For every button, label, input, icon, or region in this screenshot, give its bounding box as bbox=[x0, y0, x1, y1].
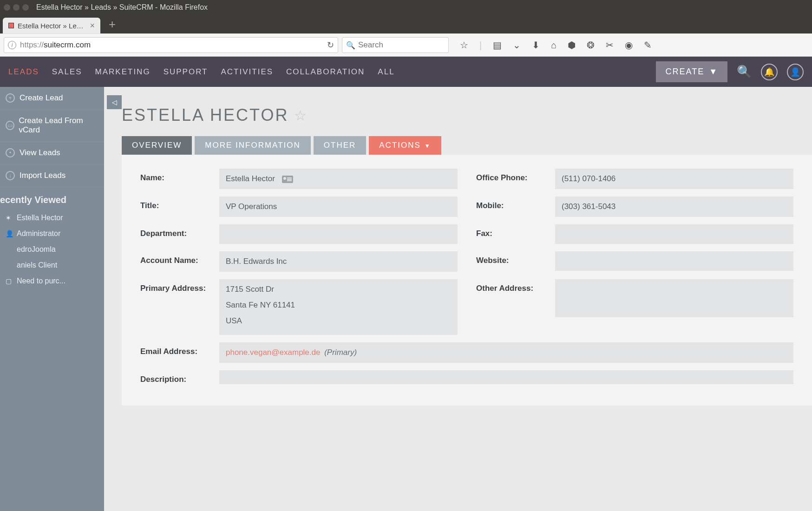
addr-line: 1715 Scott Dr bbox=[226, 285, 451, 294]
office-phone-label: Office Phone: bbox=[476, 169, 555, 183]
recently-viewed-title: ecently Viewed bbox=[0, 187, 104, 210]
other-address-value[interactable] bbox=[555, 279, 793, 317]
email-value[interactable]: phone.vegan@example.de (Primary) bbox=[219, 342, 793, 363]
name-label: Name: bbox=[140, 169, 219, 183]
sidebar-item-label: Create Lead bbox=[20, 93, 63, 103]
pocket-icon[interactable]: ⌄ bbox=[513, 39, 521, 51]
tab-more-information[interactable]: MORE INFORMATION bbox=[195, 136, 310, 155]
tab-actions-label: ACTIONS bbox=[379, 141, 421, 150]
primary-address-label: Primary Address: bbox=[140, 279, 219, 293]
downloads-icon[interactable]: ⬇ bbox=[532, 39, 540, 51]
shield-icon[interactable]: ⬢ bbox=[568, 39, 576, 51]
create-button[interactable]: CREATE ▼ bbox=[656, 61, 727, 82]
user-profile-icon[interactable]: 👤 bbox=[787, 64, 804, 80]
department-value[interactable] bbox=[219, 224, 458, 244]
nav-leads[interactable]: LEADS bbox=[8, 67, 39, 77]
email-label: Email Address: bbox=[140, 342, 219, 363]
nav-marketing[interactable]: MARKETING bbox=[95, 67, 151, 77]
browser-search-input[interactable] bbox=[358, 40, 445, 50]
recent-item[interactable]: ▢Need to purc... bbox=[0, 273, 104, 289]
sidebar-view-leads[interactable]: • View Leads bbox=[0, 142, 104, 164]
globe-icon[interactable]: ❂ bbox=[587, 39, 595, 51]
fax-label: Fax: bbox=[476, 224, 555, 238]
title-label: Title: bbox=[140, 197, 219, 210]
sidebar-item-label: Create Lead From vCard bbox=[19, 116, 98, 135]
browser-tab[interactable]: Estella Hector » Leads × bbox=[3, 18, 100, 33]
site-info-icon[interactable]: i bbox=[8, 41, 16, 49]
extension-icon[interactable]: ◉ bbox=[625, 39, 633, 51]
department-label: Department: bbox=[140, 224, 219, 238]
office-phone-value[interactable]: (511) 070-1406 bbox=[555, 169, 793, 189]
nav-all[interactable]: ALL bbox=[378, 67, 394, 77]
chevron-down-icon: ▼ bbox=[425, 143, 431, 149]
tab-actions[interactable]: ACTIONS▼ bbox=[369, 136, 441, 155]
recent-label: Administrator bbox=[17, 229, 60, 238]
addr-line: USA bbox=[226, 316, 451, 326]
sidebar-create-lead-vcard[interactable]: ▭ Create Lead From vCard bbox=[0, 110, 104, 142]
browser-search-field[interactable]: 🔍 bbox=[342, 37, 449, 53]
primary-address-value[interactable]: 1715 Scott Dr Santa Fe NY 61141 USA bbox=[219, 279, 458, 335]
sidebar: + Create Lead ▭ Create Lead From vCard •… bbox=[0, 87, 104, 511]
os-titlebar: Estella Hector » Leads » SuiteCRM - Mozi… bbox=[0, 0, 812, 15]
window-close-icon[interactable] bbox=[4, 4, 10, 11]
recent-item[interactable]: ✶Estella Hector bbox=[0, 210, 104, 226]
nav-sales[interactable]: SALES bbox=[52, 67, 82, 77]
website-label: Website: bbox=[476, 251, 555, 265]
window-max-icon[interactable] bbox=[22, 4, 29, 11]
reader-icon[interactable]: ▤ bbox=[493, 39, 502, 51]
sidebar-create-lead[interactable]: + Create Lead bbox=[0, 87, 104, 110]
name-value[interactable]: Estella Hector bbox=[219, 169, 458, 189]
email-link[interactable]: phone.vegan@example.de bbox=[226, 348, 320, 357]
app-root: LEADS SALES MARKETING SUPPORT ACTIVITIES… bbox=[0, 57, 812, 511]
main-body: + Create Lead ▭ Create Lead From vCard •… bbox=[0, 87, 812, 511]
notifications-icon[interactable]: 🔔 bbox=[761, 64, 778, 80]
description-label: Description: bbox=[140, 370, 219, 384]
browser-toolbar: i https://suitecrm.com ↻ 🔍 ☆ | ▤ ⌄ ⬇ ⌂ ⬢… bbox=[0, 33, 812, 57]
app-search-icon[interactable]: 🔍 bbox=[737, 65, 752, 79]
tab-other[interactable]: OTHER bbox=[314, 136, 367, 155]
vcard-badge-icon bbox=[282, 176, 293, 183]
recent-item[interactable]: edroJoomla bbox=[0, 242, 104, 257]
sidebar-import-leads[interactable]: ↓ Import Leads bbox=[0, 164, 104, 187]
recent-label: aniels Client bbox=[17, 261, 57, 269]
detail-tabs: OVERVIEW MORE INFORMATION OTHER ACTIONS▼ bbox=[122, 136, 812, 155]
nav-support[interactable]: SUPPORT bbox=[164, 67, 208, 77]
search-icon: 🔍 bbox=[346, 41, 355, 50]
collapse-sidebar-button[interactable]: ◁ bbox=[107, 95, 122, 109]
mobile-value[interactable]: (303) 361-5043 bbox=[555, 197, 793, 217]
eyedropper-icon[interactable]: ✎ bbox=[644, 39, 652, 51]
list-icon: • bbox=[6, 148, 15, 157]
favorite-star-icon[interactable]: ☆ bbox=[294, 107, 308, 124]
account-name-label: Account Name: bbox=[140, 251, 219, 265]
note-icon: ▢ bbox=[6, 277, 13, 285]
browser-tabbar: Estella Hector » Leads × + bbox=[0, 15, 812, 33]
url-host: suitecrm.com bbox=[44, 40, 91, 49]
dev-icon[interactable]: ✂ bbox=[606, 39, 614, 51]
url-prefix: https:// bbox=[20, 40, 44, 49]
plus-icon: + bbox=[6, 93, 15, 103]
url-text: https://suitecrm.com bbox=[20, 40, 327, 50]
nav-collaboration[interactable]: COLLABORATION bbox=[286, 67, 365, 77]
recent-item[interactable]: 👤Administrator bbox=[0, 226, 104, 242]
tab-close-icon[interactable]: × bbox=[90, 21, 95, 31]
window-min-icon[interactable] bbox=[13, 4, 20, 11]
page-title-text: ESTELLA HECTOR bbox=[122, 105, 288, 125]
fax-value[interactable] bbox=[555, 224, 793, 244]
title-value[interactable]: VP Operations bbox=[219, 197, 458, 217]
name-text: Estella Hector bbox=[226, 174, 275, 183]
new-tab-button[interactable]: + bbox=[109, 17, 116, 32]
tab-overview[interactable]: OVERVIEW bbox=[122, 136, 192, 155]
bookmark-star-icon[interactable]: ☆ bbox=[460, 39, 468, 51]
recent-item[interactable]: aniels Client bbox=[0, 257, 104, 273]
account-name-value[interactable]: B.H. Edwards Inc bbox=[219, 251, 458, 272]
description-value[interactable] bbox=[219, 370, 793, 384]
website-value[interactable] bbox=[555, 251, 793, 271]
refresh-icon[interactable]: ↻ bbox=[327, 40, 334, 50]
nav-activities[interactable]: ACTIVITIES bbox=[221, 67, 274, 77]
url-field[interactable]: i https://suitecrm.com ↻ bbox=[4, 37, 338, 53]
recent-label: Estella Hector bbox=[17, 214, 63, 222]
recent-label: edroJoomla bbox=[17, 245, 56, 254]
home-icon[interactable]: ⌂ bbox=[551, 40, 557, 51]
user-icon: 👤 bbox=[6, 230, 13, 237]
sidebar-item-label: View Leads bbox=[20, 148, 60, 157]
